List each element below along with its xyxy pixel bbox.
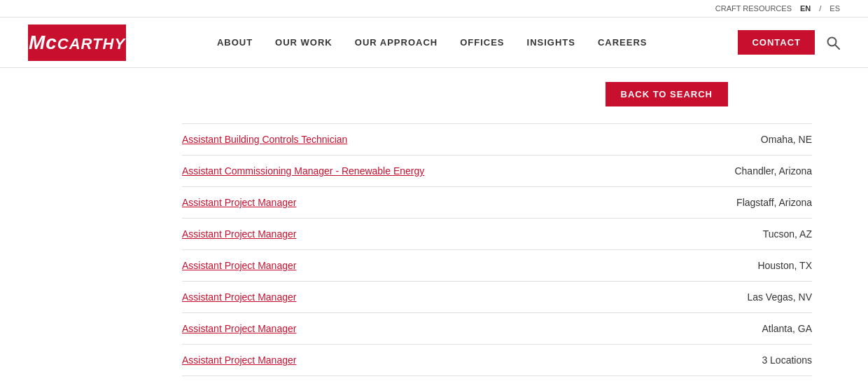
job-title-link[interactable]: Assistant Project Manager bbox=[182, 354, 296, 366]
search-icon[interactable] bbox=[826, 36, 840, 50]
job-location: Las Vegas, NV bbox=[700, 291, 812, 303]
job-row: Assistant Project ManagerHouston, TX bbox=[182, 250, 812, 282]
content-area: BACK TO SEARCH Assistant Building Contro… bbox=[0, 68, 868, 386]
job-row: Assistant Commissioning Manager - Renewa… bbox=[182, 156, 812, 187]
lang-es-link[interactable]: ES bbox=[830, 4, 840, 13]
job-location: Atlanta, GA bbox=[700, 323, 812, 334]
logo-text: McCARTHY bbox=[29, 32, 125, 54]
job-row: Assistant Project ManagerFlagstaff, Ariz… bbox=[182, 187, 812, 219]
job-row: Assistant Project ManagerAtlanta, GA bbox=[182, 313, 812, 345]
back-to-search-button[interactable]: BACK TO SEARCH bbox=[606, 82, 729, 106]
job-title-link[interactable]: Assistant Project Manager bbox=[182, 228, 296, 240]
job-row: Assistant Project ManagerTucson, AZ bbox=[182, 219, 812, 250]
lang-separator: / bbox=[819, 4, 821, 13]
job-row: Assistant Building Controls TechnicianOm… bbox=[182, 123, 812, 156]
nav-insights[interactable]: INSIGHTS bbox=[527, 37, 575, 48]
job-title-link[interactable]: Assistant Project Manager bbox=[182, 323, 296, 334]
logo-box[interactable]: McCARTHY bbox=[28, 25, 126, 61]
logo-container: McCARTHY bbox=[28, 25, 126, 61]
nav-right: CONTACT bbox=[738, 30, 840, 55]
job-list: Assistant Building Controls TechnicianOm… bbox=[182, 123, 812, 386]
job-title-link[interactable]: Assistant Commissioning Manager - Renewa… bbox=[182, 165, 424, 177]
lang-en[interactable]: EN bbox=[800, 4, 811, 13]
job-row: Assistant Project ManagerLas Vegas, NV bbox=[182, 282, 812, 313]
job-location: Flagstaff, Arizona bbox=[700, 197, 812, 208]
job-location: Omaha, NE bbox=[700, 134, 812, 145]
job-row: Assistant Project Manager3 Locations bbox=[182, 345, 812, 376]
nav-offices[interactable]: OFFICES bbox=[460, 37, 504, 48]
contact-button[interactable]: CONTACT bbox=[738, 30, 815, 55]
main-nav: McCARTHY ABOUT OUR WORK OUR APPROACH OFF… bbox=[0, 18, 868, 68]
job-title-link[interactable]: Assistant Project Manager bbox=[182, 197, 296, 208]
utility-bar: CRAFT RESOURCES EN / ES bbox=[0, 0, 868, 18]
job-location: Houston, TX bbox=[700, 260, 812, 271]
nav-links: ABOUT OUR WORK OUR APPROACH OFFICES INSI… bbox=[217, 37, 648, 48]
nav-our-work[interactable]: OUR WORK bbox=[275, 37, 332, 48]
job-location: 3 Locations bbox=[700, 354, 812, 366]
back-btn-wrap: BACK TO SEARCH bbox=[28, 82, 840, 106]
job-row: Assistant Project ManagerDallas, TX bbox=[182, 376, 812, 386]
job-title-link[interactable]: Assistant Project Manager bbox=[182, 260, 296, 271]
svg-line-1 bbox=[835, 45, 839, 49]
job-title-link[interactable]: Assistant Building Controls Technician bbox=[182, 134, 347, 145]
job-location: Tucson, AZ bbox=[700, 228, 812, 240]
nav-about[interactable]: ABOUT bbox=[217, 37, 253, 48]
job-title-link[interactable]: Assistant Project Manager bbox=[182, 291, 296, 303]
nav-our-approach[interactable]: OUR APPROACH bbox=[355, 37, 438, 48]
job-location: Chandler, Arizona bbox=[700, 165, 812, 177]
craft-resources-link[interactable]: CRAFT RESOURCES bbox=[715, 4, 792, 13]
nav-careers[interactable]: CAREERS bbox=[598, 37, 648, 48]
